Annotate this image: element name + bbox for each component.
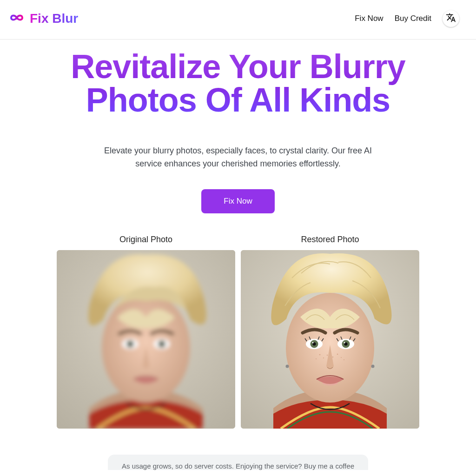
brand[interactable]: Fix Blur: [8, 11, 78, 26]
svg-point-26: [286, 364, 289, 368]
restored-column: Restored Photo: [241, 235, 419, 429]
svg-point-7: [160, 342, 164, 345]
brand-name: Fix Blur: [30, 11, 78, 26]
original-photo: [57, 250, 235, 429]
svg-point-13: [332, 357, 333, 357]
svg-point-15: [341, 357, 342, 358]
hero-subtitle: Elevate your blurry photos, especially f…: [99, 145, 377, 171]
svg-point-12: [327, 355, 328, 356]
original-column: Original Photo: [57, 235, 235, 429]
svg-point-16: [316, 358, 317, 359]
svg-point-25: [344, 342, 345, 343]
language-button[interactable]: [443, 10, 459, 27]
hero-title: Revitalize Your Blurry Photos Of All Kin…: [47, 50, 429, 117]
site-header: Fix Blur Fix Now Buy Credit: [0, 0, 476, 40]
svg-point-14: [337, 353, 338, 355]
svg-point-6: [129, 342, 132, 345]
svg-point-27: [371, 364, 375, 368]
svg-point-11: [323, 357, 324, 358]
svg-point-17: [344, 359, 344, 360]
nav-fix-now[interactable]: Fix Now: [355, 14, 383, 23]
hero-section: Revitalize Your Blurry Photos Of All Kin…: [0, 40, 476, 213]
restored-photo: [241, 250, 419, 429]
translate-icon: [446, 13, 456, 25]
fix-now-button[interactable]: Fix Now: [201, 189, 274, 213]
restored-label: Restored Photo: [301, 235, 359, 245]
top-nav: Fix Now Buy Credit: [355, 10, 459, 27]
original-label: Original Photo: [119, 235, 172, 245]
comparison-section: Original Photo: [0, 235, 476, 429]
support-banner-wrap: As usage grows, so do server costs. Enjo…: [0, 455, 476, 470]
nav-buy-credit[interactable]: Buy Credit: [395, 14, 431, 23]
logo-icon: [8, 12, 25, 25]
support-banner[interactable]: As usage grows, so do server costs. Enjo…: [108, 455, 368, 470]
svg-point-24: [312, 342, 313, 343]
svg-point-10: [319, 354, 321, 355]
